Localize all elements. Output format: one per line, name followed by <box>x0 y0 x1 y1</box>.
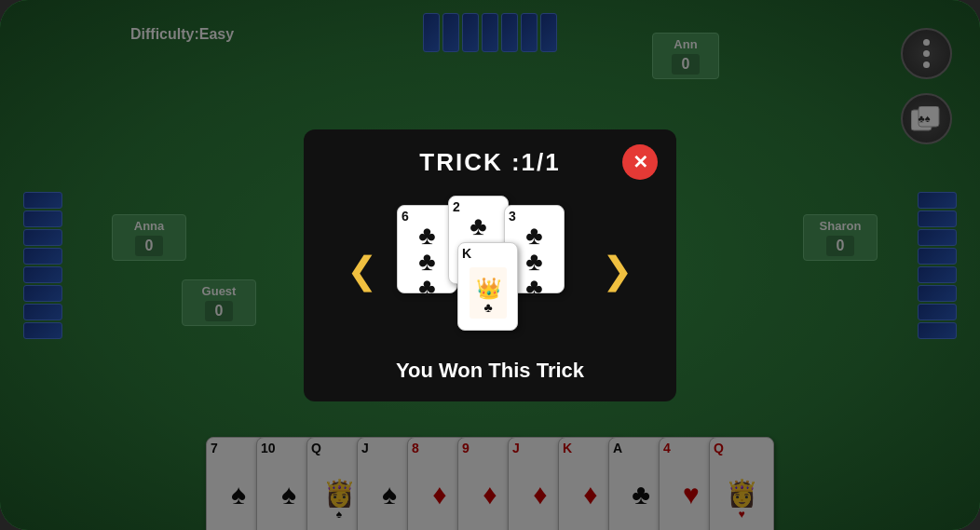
card-face: 👑 ♣ <box>462 260 513 326</box>
trick-cards-display: 6 ♣♣♣ 2 ♣♣ 3 ♣♣♣ K <box>388 196 592 345</box>
game-container: Difficulty:Easy Ann 0 ♣♠ <box>0 0 980 530</box>
trick-modal-overlay: TRICK :1/1 ✕ ❮ 6 ♣♣♣ 2 ♣♣ <box>0 0 980 530</box>
modal-close-button[interactable]: ✕ <box>622 144 658 180</box>
trick-card-kc: K 👑 ♣ <box>457 242 518 331</box>
modal-prev-button[interactable]: ❮ <box>337 249 388 292</box>
modal-header: TRICK :1/1 ✕ <box>322 148 658 177</box>
svg-text:👑: 👑 <box>475 276 501 301</box>
win-message: You Won This Trick <box>322 359 658 383</box>
svg-text:♣: ♣ <box>483 300 492 315</box>
card-suit: ♣♣♣ <box>402 223 453 301</box>
modal-cards-area: ❮ 6 ♣♣♣ 2 ♣♣ 3 ♣♣♣ <box>322 191 658 349</box>
modal-title: TRICK :1/1 <box>419 148 560 177</box>
modal-next-button[interactable]: ❯ <box>592 249 643 292</box>
card-rank: K <box>462 247 513 260</box>
trick-modal: TRICK :1/1 ✕ ❮ 6 ♣♣♣ 2 ♣♣ <box>304 129 676 401</box>
